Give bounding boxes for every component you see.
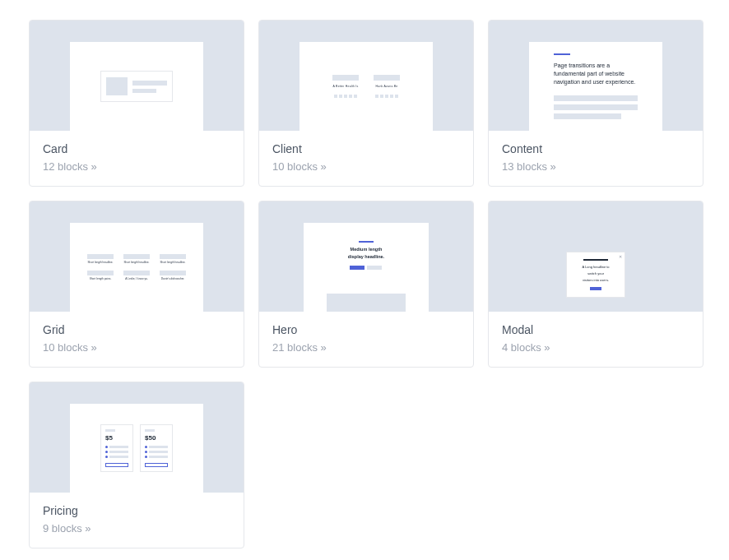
dot-icon — [385, 95, 388, 98]
grid-cell: Short length headline. — [85, 254, 116, 264]
category-title: Hero — [272, 323, 460, 336]
dot-icon — [380, 95, 383, 98]
placeholder-bar — [374, 75, 400, 81]
placeholder-line — [149, 456, 168, 458]
placeholder-button-secondary — [367, 266, 382, 270]
preview-price: $5 — [105, 434, 128, 442]
card-body: Content 13 blocks — [489, 131, 703, 186]
placeholder-line — [554, 104, 638, 110]
category-card-hero[interactable]: Medium length display headline. Hero 21 … — [258, 201, 474, 368]
placeholder-cta — [145, 463, 168, 467]
category-count: 10 blocks — [272, 160, 460, 173]
placeholder-image — [106, 77, 128, 95]
placeholder-button — [590, 287, 601, 290]
placeholder-line — [109, 456, 128, 458]
dot-icon — [339, 95, 342, 98]
placeholder-bar — [123, 271, 150, 275]
placeholder-line — [109, 446, 128, 448]
category-count: 4 blocks — [502, 341, 690, 354]
category-count: 13 blocks — [502, 160, 690, 173]
card-body: Modal 4 blocks — [489, 312, 703, 367]
preview: A Better Health Is Hank Azaria Be — [259, 21, 473, 131]
check-icon — [105, 446, 108, 448]
pricing-tile: $50 — [140, 424, 173, 472]
category-count: 21 blocks — [272, 341, 460, 354]
category-card-grid[interactable]: Short length headline. Short length head… — [29, 201, 244, 368]
preview-text: visitors into users. — [583, 278, 609, 282]
grid-cell: Short length headline. — [157, 254, 188, 264]
preview — [30, 21, 244, 131]
placeholder-bar — [123, 254, 150, 259]
grid-cell: Dante's dishwasher. — [157, 271, 188, 280]
preview-label: A Better Health Is — [333, 85, 359, 88]
preview-headline: display headline. — [348, 254, 384, 260]
dots — [334, 95, 357, 98]
category-count: 10 blocks — [43, 341, 230, 354]
category-grid: Card 12 blocks A Better Health Is — [29, 20, 700, 548]
close-icon: ✕ — [619, 254, 622, 259]
preview-label: Short length headline. — [87, 261, 113, 264]
preview: ✕ A Long headline to switch your visitor… — [489, 201, 703, 312]
category-card-pricing[interactable]: $5 $50 — [29, 382, 244, 548]
placeholder-text — [132, 81, 167, 93]
preview-text: switch your — [587, 271, 604, 275]
check-icon — [145, 446, 147, 448]
category-title: Content — [502, 142, 690, 155]
placeholder-bar — [332, 75, 359, 81]
placeholder-line — [109, 451, 128, 453]
category-card-modal[interactable]: ✕ A Long headline to switch your visitor… — [488, 201, 703, 368]
feature-row — [105, 451, 128, 453]
category-card-content[interactable]: Page transitions are a fundamental part … — [488, 20, 703, 187]
preview-surface: ✕ A Long headline to switch your visitor… — [542, 238, 649, 312]
hero-top: Medium length display headline. — [348, 241, 384, 270]
grid-cell: Short length headline. — [121, 254, 152, 264]
feature-list — [105, 446, 128, 458]
feature-row — [105, 446, 128, 448]
category-card-card[interactable]: Card 12 blocks — [29, 20, 244, 187]
category-count: 12 blocks — [43, 160, 230, 173]
placeholder-bar — [105, 429, 115, 432]
grid-cell: Short length pains. — [85, 271, 116, 280]
accent-bar — [554, 53, 570, 55]
check-icon — [145, 456, 147, 458]
dot-icon — [344, 95, 347, 98]
preview-text: A Long headline to — [582, 265, 609, 269]
dot-icon — [334, 95, 337, 98]
category-title: Grid — [43, 323, 230, 336]
card-body: Grid 10 blocks — [30, 312, 244, 367]
preview-surface — [70, 42, 203, 131]
preview-surface: A Better Health Is Hank Azaria Be — [299, 42, 433, 131]
preview-surface: Medium length display headline. — [304, 223, 429, 312]
placeholder-bar — [87, 254, 114, 259]
placeholder-bar — [87, 271, 114, 275]
preview-headline: Medium length — [351, 247, 383, 252]
category-title: Client — [272, 142, 460, 155]
placeholder-image — [327, 294, 406, 312]
placeholder-bar — [160, 271, 186, 275]
card-body: Pricing 9 blocks — [30, 493, 244, 548]
preview: $5 $50 — [30, 382, 244, 493]
feature-row — [145, 446, 168, 448]
feature-row — [145, 451, 168, 453]
category-title: Pricing — [43, 504, 230, 517]
dot-icon — [349, 95, 352, 98]
dot-icon — [395, 95, 398, 98]
client-column: Hank Azaria Be — [374, 75, 400, 98]
preview-surface: $5 $50 — [70, 404, 203, 493]
placeholder-line — [554, 95, 638, 101]
category-card-client[interactable]: A Better Health Is Hank Azaria Be — [258, 20, 474, 187]
hero-buttons — [350, 266, 382, 270]
category-title: Card — [43, 142, 230, 155]
content-wireframe: Page transitions are a fundamental part … — [542, 42, 649, 119]
modal-wireframe: ✕ A Long headline to switch your visitor… — [566, 252, 625, 299]
feature-row — [145, 456, 168, 458]
placeholder-cta — [105, 463, 128, 467]
card-body: Client 10 blocks — [259, 131, 473, 186]
card-body: Card 12 blocks — [30, 131, 244, 186]
preview-label: A Leslie, I know ya. — [125, 277, 147, 280]
hero-wireframe: Medium length display headline. — [304, 226, 429, 308]
preview-surface: Short length headline. Short length head… — [70, 223, 203, 312]
feature-list — [145, 446, 168, 458]
preview: Medium length display headline. — [259, 201, 473, 312]
grid-wireframe: Short length headline. Short length head… — [85, 254, 188, 280]
